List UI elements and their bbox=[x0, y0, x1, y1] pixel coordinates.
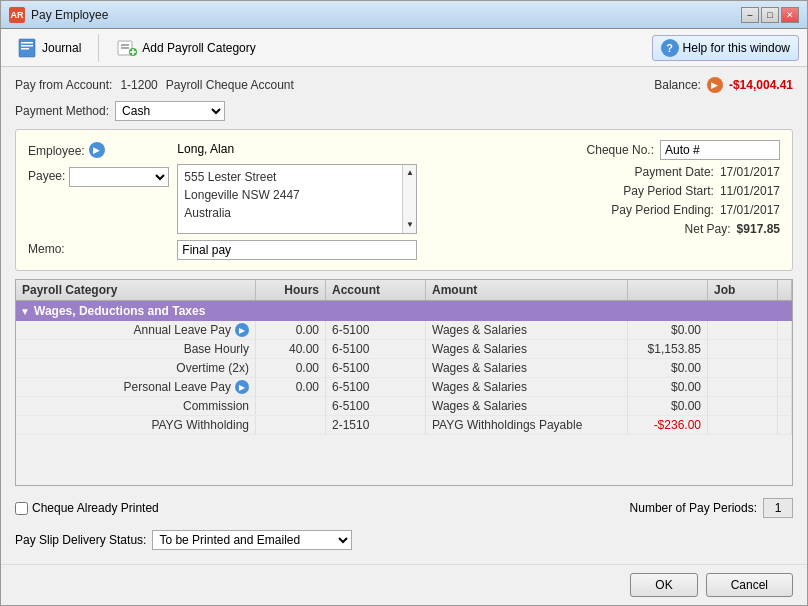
cell-category: Annual Leave Pay▶ bbox=[16, 321, 256, 339]
address-scrollbar[interactable]: ▲ ▼ bbox=[402, 165, 416, 233]
svg-rect-1 bbox=[21, 42, 33, 44]
employee-name: Long, Alan bbox=[177, 142, 234, 156]
ok-button[interactable]: OK bbox=[630, 573, 697, 597]
pay-from-label: Pay from Account: bbox=[15, 78, 112, 92]
col-header-scroll bbox=[778, 280, 792, 300]
cheque-no-row: Cheque No.: bbox=[587, 140, 780, 160]
payslip-dropdown-wrap[interactable]: To be Printed and Emailed bbox=[152, 530, 352, 550]
table-row: Base Hourly 40.00 6-5100 Wages & Salarie… bbox=[16, 340, 792, 359]
table-row: Overtime (2x) 0.00 6-5100 Wages & Salari… bbox=[16, 359, 792, 378]
svg-rect-3 bbox=[21, 48, 29, 50]
cell-amount: $0.00 bbox=[628, 397, 708, 415]
close-button[interactable]: ✕ bbox=[781, 7, 799, 23]
window-title: Pay Employee bbox=[31, 8, 741, 22]
cell-account-code: 6-5100 bbox=[326, 397, 426, 415]
cell-hours: 0.00 bbox=[256, 359, 326, 377]
payment-method-label: Payment Method: bbox=[15, 104, 109, 118]
cell-job bbox=[708, 359, 778, 377]
cell-amount: $1,153.85 bbox=[628, 340, 708, 358]
memo-label: Memo: bbox=[28, 240, 65, 256]
row-nav-icon[interactable]: ▶ bbox=[235, 380, 249, 394]
employee-section: Employee: ▶ Long, Alan Cheque No.: Payme… bbox=[15, 129, 793, 271]
add-payroll-button[interactable]: Add Payroll Category bbox=[109, 34, 262, 62]
pay-employee-window: AR Pay Employee – □ ✕ Journal bbox=[0, 0, 808, 606]
cell-account-code: 6-5100 bbox=[326, 378, 426, 396]
help-icon: ? bbox=[661, 39, 679, 57]
cheque-no-label: Cheque No.: bbox=[587, 143, 654, 157]
num-periods-input[interactable] bbox=[763, 498, 793, 518]
group-label: Wages, Deductions and Taxes bbox=[34, 304, 788, 318]
cell-account-name: Wages & Salaries bbox=[426, 378, 628, 396]
payee-address-box: 555 Lester Street Longeville NSW 2447 Au… bbox=[177, 164, 417, 234]
cancel-button[interactable]: Cancel bbox=[706, 573, 793, 597]
title-bar: AR Pay Employee – □ ✕ bbox=[1, 1, 807, 29]
footer-buttons: OK Cancel bbox=[1, 564, 807, 605]
balance-label: Balance: bbox=[654, 78, 701, 92]
memo-input[interactable] bbox=[177, 240, 417, 260]
address-line3: Australia bbox=[184, 204, 410, 222]
employee-nav-icon[interactable]: ▶ bbox=[89, 142, 105, 158]
cell-amount: $0.00 bbox=[628, 321, 708, 339]
cell-hours: 40.00 bbox=[256, 340, 326, 358]
app-icon: AR bbox=[9, 7, 25, 23]
cell-account-name: PAYG Withholdings Payable bbox=[426, 416, 628, 434]
payslip-select[interactable]: To be Printed and Emailed bbox=[152, 530, 352, 550]
payee-select[interactable] bbox=[69, 167, 169, 187]
cell-hours bbox=[256, 397, 326, 415]
help-button[interactable]: ? Help for this window bbox=[652, 35, 799, 61]
table-row: PAYG Withholding 2-1510 PAYG Withholding… bbox=[16, 416, 792, 435]
pay-from-row: Pay from Account: 1-1200 Payroll Cheque … bbox=[15, 77, 793, 93]
group-collapse-icon[interactable]: ▼ bbox=[20, 306, 34, 317]
cell-account-name: Wages & Salaries bbox=[426, 321, 628, 339]
cheque-printed-wrap: Cheque Already Printed bbox=[15, 501, 159, 515]
net-pay-label: Net Pay: bbox=[685, 222, 731, 236]
address-line1: 555 Lester Street bbox=[184, 168, 410, 186]
cheque-no-input[interactable] bbox=[660, 140, 780, 160]
table-header: Payroll Category Hours Account Amount Jo… bbox=[16, 280, 792, 301]
net-pay-row: Net Pay: $917.85 bbox=[587, 222, 780, 236]
payment-method-row: Payment Method: Cash bbox=[15, 101, 793, 121]
row-nav-icon[interactable]: ▶ bbox=[235, 323, 249, 337]
payment-method-dropdown-wrap[interactable]: Cash bbox=[115, 101, 225, 121]
journal-button[interactable]: Journal bbox=[9, 34, 88, 62]
cell-category: Base Hourly bbox=[16, 340, 256, 358]
pay-period-ending-label: Pay Period Ending: bbox=[611, 203, 714, 217]
minimize-button[interactable]: – bbox=[741, 7, 759, 23]
table-row: Commission 6-5100 Wages & Salaries $0.00 bbox=[16, 397, 792, 416]
cell-amount: $0.00 bbox=[628, 359, 708, 377]
cell-job bbox=[708, 397, 778, 415]
employee-label: Employee: bbox=[28, 142, 85, 158]
cell-account-code: 6-5100 bbox=[326, 359, 426, 377]
bottom-section: Cheque Already Printed Number of Pay Per… bbox=[15, 494, 793, 522]
pay-from-code: 1-1200 bbox=[120, 78, 157, 92]
payslip-label: Pay Slip Delivery Status: bbox=[15, 533, 146, 547]
maximize-button[interactable]: □ bbox=[761, 7, 779, 23]
cell-job bbox=[708, 340, 778, 358]
payment-method-select[interactable]: Cash bbox=[115, 101, 225, 121]
scroll-down-icon[interactable]: ▼ bbox=[406, 219, 414, 231]
payment-date-row: Payment Date: 17/01/2017 bbox=[587, 165, 780, 179]
cell-job bbox=[708, 321, 778, 339]
cell-hours bbox=[256, 416, 326, 434]
balance-nav-icon[interactable]: ▶ bbox=[707, 77, 723, 93]
cell-account-name: Wages & Salaries bbox=[426, 359, 628, 377]
cheque-printed-checkbox[interactable] bbox=[15, 502, 28, 515]
payment-date-value: 17/01/2017 bbox=[720, 165, 780, 179]
toolbar: Journal Add Payroll Category ? Help for … bbox=[1, 29, 807, 67]
cell-account-code: 6-5100 bbox=[326, 321, 426, 339]
col-header-amount: Amount bbox=[426, 280, 628, 300]
cell-category: Personal Leave Pay▶ bbox=[16, 378, 256, 396]
num-periods-label: Number of Pay Periods: bbox=[630, 501, 757, 515]
cell-scroll bbox=[778, 359, 792, 377]
payee-dropdown-wrap[interactable] bbox=[69, 167, 169, 187]
cell-category: PAYG Withholding bbox=[16, 416, 256, 434]
journal-icon bbox=[16, 37, 38, 59]
cell-scroll bbox=[778, 397, 792, 415]
group-header-wages: ▼ Wages, Deductions and Taxes bbox=[16, 301, 792, 321]
pay-period-ending-value: 17/01/2017 bbox=[720, 203, 780, 217]
pay-period-start-value: 11/01/2017 bbox=[720, 184, 780, 198]
svg-rect-2 bbox=[21, 45, 33, 47]
pay-from-name: Payroll Cheque Account bbox=[166, 78, 294, 92]
scroll-up-icon[interactable]: ▲ bbox=[406, 167, 414, 179]
cell-scroll bbox=[778, 321, 792, 339]
